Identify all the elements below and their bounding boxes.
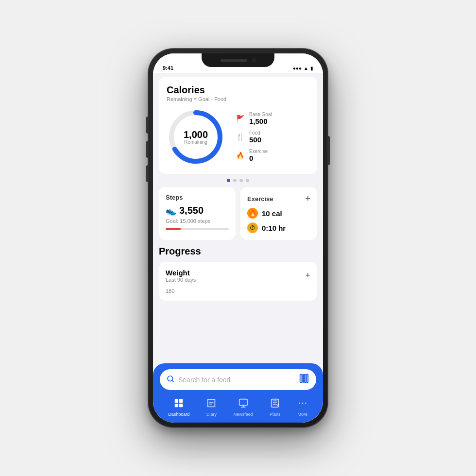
exercise-duration-item: ⏱ 0:10 hr (247, 222, 310, 233)
food-label: Food (249, 130, 261, 136)
base-goal-label: Base Goal (249, 112, 272, 117)
signal-icon: ●●● (293, 66, 302, 71)
progress-section: Progress Weight Last 90 days + 180 (159, 246, 317, 301)
exercise-card[interactable]: Exercise + 🔥 10 cal ⏱ 0:10 hr (240, 187, 317, 240)
flag-icon: 🚩 (235, 113, 245, 124)
dashboard-icon (173, 398, 184, 411)
tab-plans[interactable]: Plans (270, 398, 281, 417)
tab-newsfeed-label: Newsfeed (234, 412, 253, 417)
svg-point-16 (305, 403, 306, 404)
exercise-calories-value: 10 cal (262, 209, 282, 218)
phone-notch (202, 53, 274, 67)
tab-dashboard-label: Dashboard (168, 412, 189, 417)
weight-add-button[interactable]: + (305, 271, 310, 281)
steps-progress-fill (166, 228, 181, 230)
steps-value: 3,550 (179, 205, 204, 216)
wifi-icon: ▲ (304, 66, 308, 71)
weight-header: Weight Last 90 days + (166, 269, 310, 283)
calories-stats: 🚩 Base Goal 1,500 🍴 Food 500 (235, 112, 309, 162)
exercise-clock-icon: ⏱ (247, 222, 258, 233)
food-icon: 🍴 (235, 132, 245, 142)
exercise-title: Exercise + (247, 194, 310, 204)
search-placeholder[interactable]: Search for a food (178, 376, 295, 384)
calories-body: 1,000 Remaining 🚩 Base Goal 1,500 (167, 108, 309, 166)
food-row: 🍴 Food 500 (235, 130, 309, 144)
tab-diary[interactable]: Diary (206, 398, 217, 417)
exercise-calories-item: 🔥 10 cal (247, 208, 310, 219)
phone-screen: 9:41 ●●● ▲ ▮ Calories Remaining = Goal -… (153, 53, 323, 423)
battery-icon: ▮ (310, 66, 313, 71)
food-value: 500 (249, 136, 261, 144)
exercise-value: 0 (249, 154, 268, 162)
weight-card[interactable]: Weight Last 90 days + 180 (159, 262, 317, 301)
dot-4[interactable] (246, 179, 249, 182)
donut-center: 1,000 Remaining (184, 130, 208, 145)
weight-subtitle: Last 90 days (166, 277, 196, 283)
svg-rect-9 (179, 399, 183, 403)
calories-subtitle: Remaining = Goal - Food (167, 96, 309, 102)
base-goal-info: Base Goal 1,500 (249, 112, 272, 125)
tab-diary-label: Diary (206, 412, 217, 417)
donut-chart[interactable]: 1,000 Remaining (167, 108, 225, 166)
svg-point-15 (302, 403, 303, 404)
exercise-info: Exercise 0 (249, 149, 268, 162)
plans-icon (270, 398, 280, 411)
svg-rect-11 (179, 404, 183, 407)
diary-icon (206, 398, 217, 411)
front-camera (252, 58, 256, 62)
exercise-fire-icon: 🔥 (247, 208, 258, 219)
tab-plans-label: Plans (270, 412, 281, 417)
steps-main: 👟 3,550 (166, 205, 229, 216)
pagination-dots (153, 174, 323, 187)
exercise-add-button[interactable]: + (305, 194, 310, 204)
dot-3[interactable] (239, 179, 243, 182)
steps-title: Steps (166, 194, 229, 201)
base-goal-value: 1,500 (249, 117, 272, 125)
metrics-row: Steps 👟 3,550 Goal: 15,000 steps Exercis… (159, 187, 317, 240)
tab-dashboard[interactable]: Dashboard (168, 398, 189, 417)
svg-line-3 (172, 380, 173, 382)
exercise-icon: 🔥 (235, 150, 245, 161)
weight-title: Weight (166, 269, 196, 277)
svg-rect-7 (307, 374, 308, 383)
exercise-row: 🔥 Exercise 0 (235, 149, 309, 162)
svg-rect-12 (239, 399, 248, 406)
exercise-items: 🔥 10 cal ⏱ 0:10 hr (247, 208, 310, 233)
exercise-label: Exercise (247, 195, 273, 203)
search-icon (167, 375, 174, 385)
svg-rect-8 (175, 399, 178, 403)
steps-card[interactable]: Steps 👟 3,550 Goal: 15,000 steps (159, 187, 236, 240)
exercise-duration-value: 0:10 hr (262, 224, 286, 232)
tab-more-label: More (298, 412, 308, 417)
status-icons: ●●● ▲ ▮ (293, 66, 313, 71)
status-time: 9:41 (163, 65, 173, 71)
bottom-blue-area: Search for a food (153, 363, 323, 423)
tab-more[interactable]: More (297, 398, 308, 417)
steps-icon: 👟 (166, 205, 176, 216)
tab-bar: Dashboard Diary (160, 395, 316, 423)
food-info: Food 500 (249, 130, 261, 144)
dot-1[interactable] (227, 179, 230, 182)
tab-newsfeed[interactable]: Newsfeed (234, 398, 253, 417)
speaker (221, 59, 247, 62)
progress-heading: Progress (159, 246, 317, 257)
search-bar[interactable]: Search for a food (160, 369, 316, 390)
calories-card: Calories Remaining = Goal - Food (159, 77, 317, 174)
weight-value-label: 180 (166, 288, 174, 294)
steps-label: Steps (166, 194, 183, 201)
steps-progress-bg (166, 228, 229, 230)
calories-title: Calories (167, 85, 309, 96)
exercise-label: Exercise (249, 149, 268, 154)
screen-content: 9:41 ●●● ▲ ▮ Calories Remaining = Goal -… (153, 53, 323, 423)
weight-header-left: Weight Last 90 days (166, 269, 196, 283)
steps-goal: Goal: 15,000 steps (166, 218, 229, 224)
remaining-label: Remaining (184, 139, 208, 145)
svg-rect-4 (300, 374, 302, 383)
barcode-icon[interactable] (299, 373, 309, 386)
newsfeed-icon (238, 398, 249, 411)
dot-2[interactable] (233, 179, 237, 182)
svg-rect-5 (303, 374, 304, 383)
base-goal-row: 🚩 Base Goal 1,500 (235, 112, 309, 125)
more-icon (297, 398, 308, 411)
svg-point-14 (299, 403, 300, 404)
